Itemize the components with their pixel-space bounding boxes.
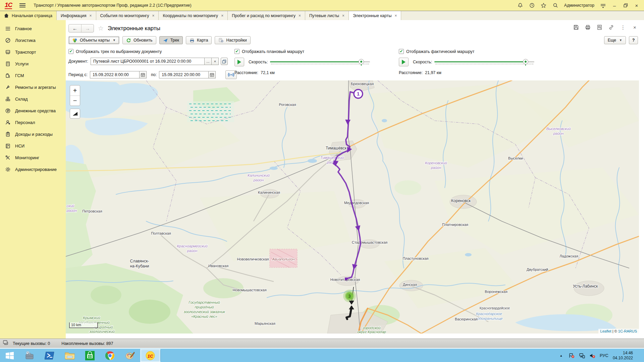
tab-monitoring-coordinates[interactable]: Координаты по мониторингу×: [159, 11, 228, 20]
document-label: Документ:: [68, 59, 88, 64]
close-page-icon[interactable]: ×: [632, 24, 638, 31]
show-fact-route-checkbox[interactable]: [399, 49, 404, 54]
more-menu-kebab-icon[interactable]: ⋮: [620, 24, 626, 31]
provider-link[interactable]: 1C-RARUS: [618, 329, 637, 333]
sidebar-item-personnel[interactable]: Персонал: [0, 117, 66, 128]
sidebar-item-repairs[interactable]: Ремонты и агрегаты: [0, 81, 66, 93]
tab-monitoring-events[interactable]: События по мониторингу×: [96, 11, 159, 20]
period-to-calendar-icon[interactable]: [209, 71, 216, 78]
tab-close-icon[interactable]: ×: [221, 13, 223, 18]
current-user[interactable]: Администратор: [564, 3, 594, 8]
track-button[interactable]: Трек: [159, 36, 183, 44]
map-zoom-control: + −: [70, 85, 80, 106]
period-to-input[interactable]: 15.09.2022 20:00:00: [159, 71, 209, 78]
map-canvas[interactable]: БрюховецкаяРоговскаяВыселковскийрайонТим…: [66, 80, 639, 334]
leaflet-link[interactable]: Leaflet: [600, 329, 611, 333]
print-icon[interactable]: [585, 24, 591, 31]
forward-button[interactable]: →: [81, 24, 94, 32]
tray-language[interactable]: РУС: [600, 353, 608, 358]
sidebar-item-money[interactable]: Денежные средства: [0, 105, 66, 117]
back-button[interactable]: ←: [69, 24, 81, 32]
document-open-button[interactable]: [221, 58, 228, 65]
sidebar-item-warehouse[interactable]: Склад: [0, 93, 66, 105]
sidebar-item-income-expenses[interactable]: Доходы и расходы: [0, 128, 66, 140]
tab-home[interactable]: Начальная страница: [0, 11, 57, 20]
document-clear-button[interactable]: ×: [212, 58, 219, 65]
tray-volume-icon[interactable]: [589, 353, 595, 359]
service-menu-icon[interactable]: [600, 2, 606, 8]
tab-electronic-maps[interactable]: Электронные карты×: [349, 11, 401, 20]
map-label: на-Кубани: [130, 264, 149, 268]
sidebar-item-main[interactable]: Главное: [0, 23, 66, 35]
show-plan-route-checkbox[interactable]: [234, 49, 239, 54]
fact-play-button[interactable]: [399, 58, 409, 66]
map-label: район: [66, 208, 77, 213]
tab-label: Электронные карты: [353, 13, 391, 18]
fact-speed-slider-handle[interactable]: [523, 59, 528, 64]
map-print-button[interactable]: Карта: [186, 36, 212, 44]
sidebar-item-label: Администрирование: [15, 167, 57, 172]
plan-play-button[interactable]: [234, 58, 244, 66]
sidebar-item-logistics[interactable]: Логистика: [0, 35, 66, 46]
tab-close-icon[interactable]: ×: [342, 13, 344, 18]
taskbar-powershell-icon[interactable]: [40, 349, 60, 362]
restore-button[interactable]: [623, 3, 628, 8]
sidebar-item-monitoring[interactable]: Мониторинг: [0, 152, 66, 164]
sidebar-item-administration[interactable]: Администрирование: [0, 164, 66, 175]
save-icon[interactable]: [573, 24, 579, 31]
map-label: Новомышастовская: [232, 288, 266, 292]
help-button[interactable]: ?: [629, 36, 638, 44]
notifications-bell-icon[interactable]: [517, 2, 523, 8]
main-menu-icon[interactable]: [19, 3, 25, 7]
map-label: Калининский: [248, 173, 270, 177]
taskbar-server-manager-icon[interactable]: [19, 349, 40, 362]
tray-network-icon[interactable]: [579, 353, 585, 359]
period-from-calendar-icon[interactable]: [140, 71, 147, 78]
taskbar-store-icon[interactable]: [80, 349, 100, 362]
zoom-in-button[interactable]: +: [70, 85, 80, 96]
tray-expand-icon[interactable]: ▲: [558, 353, 564, 359]
start-button[interactable]: [0, 349, 19, 362]
tab-close-icon[interactable]: ×: [299, 13, 301, 18]
sidebar-item-fuel[interactable]: ГСМ: [0, 70, 66, 81]
tab-information[interactable]: Информация×: [57, 11, 96, 20]
preview-icon[interactable]: [596, 24, 603, 31]
sidebar-item-label: Ремонты и агрегаты: [15, 85, 56, 90]
tab-waybills[interactable]: Путевые листы×: [305, 11, 349, 20]
period-from-input[interactable]: 15.09.2022 8:00:00: [90, 71, 140, 78]
history-icon[interactable]: [529, 2, 535, 8]
map-objects-button[interactable]: Объекты карты ▼: [68, 36, 119, 44]
tray-action-center-icon[interactable]: [569, 353, 575, 359]
calls-icon[interactable]: [3, 340, 9, 347]
plan-speed-slider-handle[interactable]: [359, 59, 364, 64]
measure-tool-button[interactable]: [70, 109, 80, 119]
tab-close-icon[interactable]: ×: [152, 13, 154, 18]
tab-close-icon[interactable]: ×: [90, 13, 92, 18]
document-input[interactable]: Путевой лист ЦБРО0000001 от 16.09.2022 0…: [91, 58, 205, 65]
more-button[interactable]: Еще ▼: [604, 36, 626, 44]
taskbar-1c-icon[interactable]: 1С: [140, 349, 160, 362]
minimize-button[interactable]: –: [612, 3, 617, 8]
sidebar-item-nsi[interactable]: НСИ: [0, 140, 66, 152]
document-choose-button[interactable]: ...: [205, 58, 212, 65]
taskbar-paint-icon[interactable]: [120, 349, 140, 362]
get-link-icon[interactable]: [608, 24, 614, 31]
favorites-star-icon[interactable]: [541, 2, 547, 8]
tab-close-icon[interactable]: ×: [394, 13, 397, 18]
refresh-button[interactable]: Обновить: [122, 36, 156, 44]
period-to-label: по:: [151, 72, 157, 77]
sidebar-item-services[interactable]: Услуги: [0, 58, 66, 70]
taskbar-chrome-icon[interactable]: [100, 349, 120, 362]
add-favorite-star-icon[interactable]: ☆: [98, 24, 104, 32]
zoom-out-button[interactable]: −: [70, 96, 80, 106]
taskbar-file-explorer-icon[interactable]: [60, 349, 80, 362]
plan-speed-slider[interactable]: [270, 59, 370, 65]
settings-button[interactable]: Настройки: [215, 36, 250, 44]
tray-clock[interactable]: 14:46 04.10.2022: [613, 351, 635, 361]
tab-monitoring-mileage[interactable]: Пробег и расход по мониторингу×: [228, 11, 305, 20]
fact-speed-slider[interactable]: [434, 59, 534, 65]
show-track-checkbox[interactable]: [68, 49, 73, 54]
sidebar-item-transport[interactable]: Транспорт: [0, 46, 66, 58]
search-icon[interactable]: [552, 2, 558, 8]
close-window-button[interactable]: ×: [634, 3, 639, 8]
